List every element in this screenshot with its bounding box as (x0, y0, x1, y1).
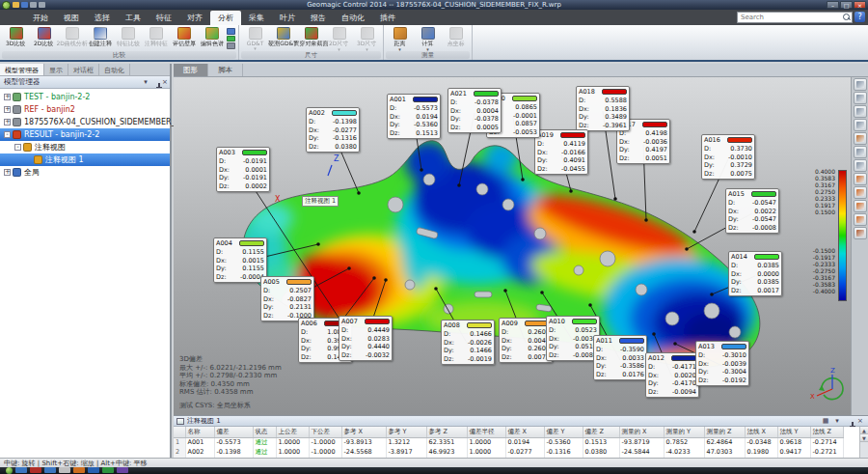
spectrum-toggle-icon[interactable] (854, 200, 867, 212)
scroll-up-icon[interactable]: ▲ (860, 427, 868, 434)
search-input[interactable] (738, 14, 842, 21)
ribbon-button-distance[interactable]: 距离▾ (386, 26, 414, 51)
ribbon-tab-4[interactable]: 特征 (149, 11, 179, 25)
ribbon-button-compare-2d[interactable]: 2D比较 (30, 26, 58, 51)
column-header-14[interactable]: 测量的 Z (704, 427, 745, 437)
tree-item-6[interactable]: +全局 (0, 166, 170, 179)
viewport-tab-1[interactable]: 脚本 (208, 64, 243, 76)
annotation-callout-A015[interactable]: A015D:-0.0547Dx:0.0022Dy:-0.0547Dz:-0.00… (725, 188, 779, 234)
column-header-9[interactable]: 偏差 X (505, 427, 544, 437)
column-header-15[interactable]: 法线 X (745, 427, 777, 437)
measure-pick-icon[interactable] (854, 105, 867, 118)
scroll-down-icon[interactable]: ▼ (860, 434, 868, 442)
ribbon-tab-0[interactable]: 开始 (25, 11, 56, 25)
viewport-3d[interactable]: X Z Z X 注释视图 1 3D偏差最大 +/-: 6.0221/-21.21… (174, 77, 851, 415)
column-header-5[interactable]: 参考 X (341, 427, 386, 437)
select-rectangle-icon[interactable] (854, 78, 867, 91)
ribbon-tab-10[interactable]: 自动化 (334, 11, 372, 25)
cursor-tool-icon[interactable] (227, 42, 235, 49)
column-header-1[interactable]: 偏差 (214, 427, 253, 437)
annotation-callout-A011[interactable]: A011D:-0.3590Dx:0.0033Dy:-0.3586Dz:0.017… (593, 335, 647, 380)
chevron-down-icon[interactable]: ▾ (141, 78, 150, 86)
column-header-13[interactable]: 测量的 Y (664, 427, 704, 437)
column-header-10[interactable]: 偏差 Y (544, 427, 583, 437)
table-options-icon[interactable]: ▦ (821, 417, 830, 425)
taskbar-app-icon[interactable] (102, 467, 114, 473)
ribbon-tab-9[interactable]: 报告 (303, 11, 334, 25)
ribbon-tab-7[interactable]: 采集 (241, 11, 272, 25)
collapse-icon[interactable]: - (4, 131, 11, 138)
deviation-pick-icon[interactable] (227, 36, 235, 42)
ribbon-button-edit-spectrum[interactable]: 编辑色谱 (198, 26, 226, 51)
tree-item-3[interactable]: -RESULT - banjin-2-2 (0, 128, 170, 141)
tree-item-5[interactable]: 注释视图 1 (0, 153, 170, 166)
annotation-callout-A007[interactable]: A007D:0.4449Dx:0.0283Dy:0.4440Dz:-0.0032 (339, 316, 393, 361)
accuracy-analyzer-icon[interactable] (227, 28, 235, 35)
panel-tab-1[interactable]: 显示 (44, 64, 68, 75)
taskbar-app-icon[interactable] (15, 467, 27, 473)
open-file-icon[interactable] (13, 2, 19, 8)
annotation-callout-A001[interactable]: A001D:-0.5573Dx:0.0194Dy:-0.5360Dz:0.151… (387, 94, 441, 139)
clip-plane-icon[interactable] (854, 159, 867, 172)
table-row[interactable]: 2A002-0.1398通过1.0000-1.0000-24.5568-3.89… (174, 447, 843, 457)
geomagic-logo-icon[interactable] (2, 1, 11, 10)
start-button-icon[interactable] (6, 467, 13, 474)
column-header-11[interactable]: 偏差 Z (583, 427, 619, 437)
annotation-callout-A019[interactable]: A019D:0.4119Dx:-0.0166Dy:0.4091Dz:-0.045… (534, 129, 588, 175)
annotation-callout-A012[interactable]: A012D:-0.4171Dx:0.0020Dy:-0.4170Dz:-0.00… (645, 352, 699, 398)
taskbar-app-icon[interactable] (30, 467, 41, 473)
section-view-icon[interactable] (854, 146, 867, 158)
annotation-callout-A013[interactable]: A013D:-0.3010Dx:-0.0039Dy:-0.3004Dz:-0.0… (695, 341, 749, 386)
panel-tab-3[interactable]: 自动化 (99, 64, 130, 75)
maximize-icon[interactable]: □ (840, 1, 853, 9)
taskbar-app-icon[interactable] (88, 467, 99, 473)
annotation-callout-A016[interactable]: A016D:0.3730Dx:-0.0010Dy:0.3729Dz:0.0075 (701, 134, 755, 180)
undo-icon[interactable] (30, 2, 37, 8)
rotate-view-icon[interactable] (854, 92, 867, 104)
column-header-12[interactable]: 测量的 X (619, 427, 664, 437)
expand-icon[interactable]: + (4, 94, 11, 100)
panel-tab-2[interactable]: 对话框 (68, 64, 99, 75)
ribbon-tab-5[interactable]: 对齐 (179, 11, 210, 25)
column-header-8[interactable]: 偏差半径 (467, 427, 505, 437)
taskbar-app-icon[interactable] (73, 467, 85, 473)
collapse-icon[interactable]: - (14, 144, 21, 151)
expand-icon[interactable]: + (4, 169, 11, 176)
annotation-callout-A010[interactable]: A010D:0.0523Dx:-0.0031Dy:0.0516Dz:-0.008… (546, 316, 600, 361)
column-header-4[interactable]: 下公差 (309, 427, 341, 437)
expand-icon[interactable]: + (4, 119, 11, 125)
tree-item-1[interactable]: +REF - banjin2 (0, 103, 170, 116)
zoom-fit-icon[interactable] (854, 119, 867, 131)
taskbar-app-icon[interactable] (44, 467, 56, 473)
ribbon-tab-2[interactable]: 选择 (87, 11, 118, 25)
ribbon-tab-8[interactable]: 叶片 (272, 11, 303, 25)
row-number-header[interactable] (174, 427, 185, 437)
table-scrollbar[interactable]: ▲ ▼ (859, 427, 868, 458)
colorbar-gradient[interactable] (838, 170, 847, 301)
annotation-callout-A005[interactable]: A005D:0.2507Dx:-0.0827Dy:0.2131Dz:-0.100… (260, 276, 314, 321)
column-header-16[interactable]: 法线 Y (777, 427, 810, 437)
tree-item-0[interactable]: +TEST - banjin-2-2 (0, 91, 170, 103)
annotation-callout-A014[interactable]: A014D:0.0385Dx:0.0000Dy:0.0385Dz:0.0017 (728, 251, 782, 296)
column-header-2[interactable]: 状态 (253, 427, 276, 437)
tree-item-2[interactable]: +1875576X-04_CUSHION_SIDEMEMBER_FIX_R (0, 116, 170, 128)
annotation-callout-A003[interactable]: A003D:-0.0191Dx:0.0001Dy:-0.0191Dz:0.000… (216, 147, 270, 192)
annotation-callout-A008[interactable]: A008D:0.1466Dx:-0.0026Dy:0.1466Dz:-0.001… (441, 320, 495, 365)
close-icon[interactable]: × (854, 1, 866, 9)
shaded-view-icon[interactable] (854, 173, 867, 185)
taskbar-app-icon[interactable] (117, 467, 128, 473)
ribbon-button-compare-3d[interactable]: 3D比较 (2, 26, 30, 51)
search-icon[interactable] (842, 13, 852, 22)
ribbon-tab-11[interactable]: 插件 (372, 11, 403, 25)
ribbon-tab-3[interactable]: 工具 (118, 11, 149, 25)
column-header-6[interactable]: 参考 Y (386, 427, 426, 437)
chevron-down-icon[interactable]: ▾ (832, 417, 842, 425)
ribbon-button-create-annotation[interactable]: 创建注释 (86, 26, 114, 51)
ribbon-button-calculator[interactable]: 计算▾ (414, 26, 442, 51)
help-button[interactable]: ? (854, 12, 865, 22)
annotation-callout-A009[interactable]: A009D:0.2601Dx:0.0047Dy:0.2600Dz:0.0072 (499, 318, 553, 363)
annotation-callout-A002[interactable]: A002D:-0.1398Dx:-0.0277Dy:-0.1316Dz:0.03… (306, 107, 360, 153)
table-row[interactable]: 1A001-0.5573通过1.0000-1.0000-93.89131.321… (174, 437, 843, 447)
minimize-icon[interactable]: – (827, 1, 839, 9)
annotation-callout-A018[interactable]: A018D:0.5588Dx:0.1836Dy:0.3489Dz:-0.3961 (576, 86, 630, 131)
